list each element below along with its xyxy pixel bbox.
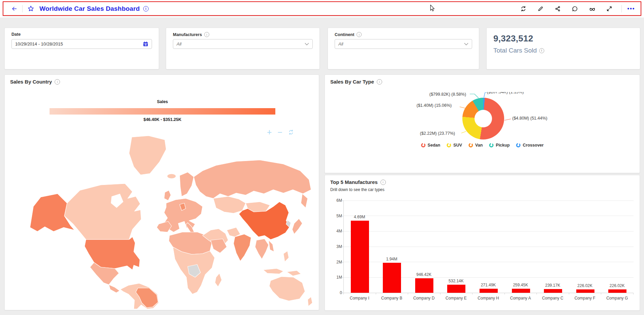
- bar-value-label: 226.02K: [569, 283, 601, 288]
- date-filter-label: Date: [11, 32, 21, 37]
- country-shape[interactable]: [213, 196, 246, 213]
- bar-company-d[interactable]: [415, 278, 433, 293]
- share-icon[interactable]: [554, 5, 561, 12]
- manufacturers-dropdown[interactable]: All: [173, 39, 313, 49]
- continent-dropdown[interactable]: All: [335, 39, 472, 49]
- donut-chart[interactable]: [462, 98, 504, 139]
- country-shape[interactable]: [215, 273, 222, 287]
- country-shape[interactable]: [269, 240, 274, 252]
- manufacturers-value: All: [177, 41, 305, 46]
- pie-legend-item-pickup[interactable]: Pickup: [489, 143, 510, 148]
- bar-company-c[interactable]: [544, 289, 562, 293]
- bar-company-g[interactable]: [608, 289, 626, 293]
- y-axis-tick: [342, 277, 343, 278]
- country-shape[interactable]: [157, 221, 172, 232]
- gridline: [344, 247, 634, 247]
- info-icon[interactable]: i: [357, 32, 362, 37]
- fullscreen-expand-icon[interactable]: [606, 5, 613, 12]
- country-shape[interactable]: [292, 219, 302, 234]
- x-axis-tick: [536, 293, 537, 294]
- country-shape[interactable]: [263, 269, 283, 274]
- country-shape[interactable]: [227, 227, 240, 237]
- country-shape[interactable]: [180, 172, 194, 196]
- country-shape[interactable]: [255, 239, 269, 259]
- country-shape[interactable]: [308, 297, 312, 306]
- country-shape[interactable]: [301, 194, 308, 208]
- bar-value-label: 259.45K: [504, 283, 537, 287]
- map-color-gradient: [50, 108, 275, 115]
- map-toolbar: + −: [267, 129, 294, 135]
- x-axis-tick: [472, 293, 472, 294]
- x-axis-tick: [408, 293, 408, 294]
- dashboard-page: Worldwide Car Sales Dashboard i: [0, 0, 644, 315]
- bar-company-e[interactable]: [447, 285, 465, 293]
- bar-company-f[interactable]: [576, 289, 594, 293]
- bar-company-h[interactable]: [480, 289, 498, 293]
- views-glasses-icon[interactable]: [589, 5, 595, 12]
- continent-value: All: [338, 41, 464, 46]
- x-axis-category-label: Company G: [601, 296, 633, 301]
- x-axis-category-label: Company B: [376, 296, 408, 301]
- manufacturers-filter-label: Manufacturersi: [173, 32, 209, 37]
- bar-company-i[interactable]: [351, 221, 369, 293]
- bar-value-label: 532.14K: [440, 279, 472, 283]
- edit-pencil-icon[interactable]: [537, 5, 544, 12]
- info-icon[interactable]: i: [380, 180, 386, 185]
- map-card-title: Sales By Countryi: [10, 79, 60, 85]
- sales-by-country-card: Sales By Countryi Sales $46.40K - $351.2…: [4, 74, 319, 310]
- calendar-icon[interactable]: [143, 41, 148, 47]
- back-arrow-icon[interactable]: [11, 5, 18, 12]
- country-shape[interactable]: [164, 190, 171, 200]
- country-shape[interactable]: [109, 285, 120, 293]
- country-shape[interactable]: [283, 251, 289, 262]
- map-reset-icon[interactable]: [288, 129, 294, 135]
- x-axis-tick: [343, 293, 344, 294]
- info-icon[interactable]: i: [539, 48, 544, 53]
- manufacturers-filter-card: Manufacturersi All: [166, 28, 320, 69]
- country-shape[interactable]: [194, 160, 311, 198]
- title-info-icon[interactable]: i: [143, 6, 149, 11]
- info-icon[interactable]: i: [377, 79, 382, 85]
- y-axis-label: 4M: [327, 229, 342, 233]
- map-legend-title: Sales: [50, 99, 275, 104]
- country-shape[interactable]: [287, 271, 301, 276]
- continent-filter-label: Continenti: [335, 32, 362, 37]
- refresh-icon[interactable]: [520, 5, 527, 12]
- country-shape[interactable]: [234, 234, 251, 261]
- pie-legend-item-crossover[interactable]: Crossover: [516, 143, 544, 148]
- x-axis-tick: [601, 293, 601, 294]
- pie-legend-label: Sedan: [428, 143, 440, 148]
- kpi-card: 9,323,512 Total Cars Soldi: [486, 28, 640, 69]
- y-axis-label: 5M: [327, 214, 342, 218]
- donut-hole: [474, 110, 492, 127]
- world-map[interactable]: [14, 136, 314, 309]
- pie-legend: SedanSUVVanPickupCrossover: [325, 143, 640, 148]
- country-shape[interactable]: [269, 277, 305, 301]
- x-axis-category-label: Company I: [343, 296, 376, 301]
- more-options-icon[interactable]: •••: [628, 5, 635, 12]
- map-zoom-out-button[interactable]: −: [278, 129, 283, 135]
- sales-by-car-type-card: Sales By Car Typei ($4.80M) (51.44%)($2.…: [325, 74, 640, 173]
- bar-company-a[interactable]: [512, 289, 530, 293]
- pie-legend-item-suv[interactable]: SUV: [447, 143, 462, 148]
- pie-legend-item-van[interactable]: Van: [468, 143, 483, 148]
- x-axis-tick: [569, 293, 569, 294]
- chevron-down-icon: [464, 41, 468, 46]
- favorite-star-icon[interactable]: [27, 5, 34, 12]
- country-shape[interactable]: [129, 136, 166, 175]
- x-axis-category-label: Company H: [472, 296, 504, 301]
- country-shape[interactable]: [64, 184, 141, 240]
- pie-leader-line: [460, 107, 465, 108]
- y-axis-label: 2M: [327, 260, 342, 264]
- map-zoom-in-button[interactable]: +: [267, 129, 272, 135]
- bar-company-b[interactable]: [383, 263, 401, 293]
- country-shape[interactable]: [167, 174, 176, 179]
- y-axis-label: 0: [327, 290, 342, 295]
- date-range-input[interactable]: 10/29/2014 - 10/28/2015: [11, 39, 152, 49]
- pie-legend-item-sedan[interactable]: Sedan: [421, 143, 440, 148]
- info-icon[interactable]: i: [55, 79, 60, 85]
- pie-leader-line: [470, 94, 479, 98]
- info-icon[interactable]: i: [204, 32, 209, 37]
- comment-icon[interactable]: [572, 5, 578, 12]
- pie-legend-label: Crossover: [523, 143, 544, 148]
